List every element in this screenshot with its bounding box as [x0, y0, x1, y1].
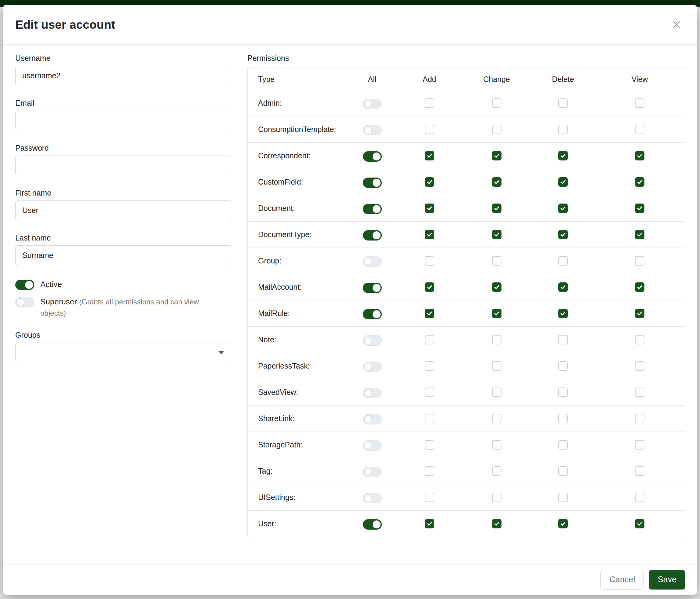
check-icon	[636, 284, 643, 290]
delete-checkbox[interactable]	[558, 98, 568, 108]
delete-checkbox[interactable]	[558, 177, 568, 187]
change-checkbox[interactable]	[492, 440, 501, 450]
all-toggle[interactable]	[363, 151, 382, 162]
all-toggle[interactable]	[363, 204, 382, 214]
view-checkbox[interactable]	[635, 335, 644, 344]
view-checkbox[interactable]	[635, 466, 644, 476]
close-icon[interactable]	[670, 18, 683, 32]
first-name-field[interactable]	[15, 200, 232, 220]
all-toggle[interactable]	[363, 467, 382, 477]
view-checkbox[interactable]	[635, 440, 644, 450]
add-checkbox[interactable]	[425, 230, 434, 239]
view-checkbox[interactable]	[635, 493, 644, 502]
save-button[interactable]: Save	[649, 570, 685, 590]
change-checkbox[interactable]	[492, 256, 501, 266]
add-checkbox[interactable]	[425, 309, 434, 318]
view-checkbox[interactable]	[635, 361, 644, 371]
view-checkbox[interactable]	[635, 125, 644, 134]
delete-checkbox[interactable]	[558, 125, 568, 134]
view-checkbox[interactable]	[635, 414, 644, 423]
view-checkbox[interactable]	[635, 256, 644, 266]
add-checkbox[interactable]	[425, 466, 434, 476]
change-checkbox[interactable]	[492, 466, 501, 476]
delete-checkbox[interactable]	[558, 440, 568, 450]
all-toggle[interactable]	[363, 309, 382, 319]
password-field[interactable]	[15, 155, 232, 175]
delete-checkbox[interactable]	[558, 387, 568, 397]
add-checkbox[interactable]	[425, 177, 434, 187]
username-group: Username	[15, 54, 232, 85]
change-checkbox[interactable]	[492, 335, 501, 344]
change-checkbox[interactable]	[492, 125, 501, 134]
view-checkbox[interactable]	[635, 519, 644, 528]
all-toggle[interactable]	[363, 99, 382, 109]
change-checkbox[interactable]	[492, 519, 501, 528]
change-checkbox[interactable]	[492, 98, 501, 108]
add-checkbox[interactable]	[425, 493, 434, 502]
all-toggle[interactable]	[363, 362, 382, 372]
delete-checkbox[interactable]	[558, 203, 568, 213]
change-checkbox[interactable]	[492, 387, 501, 397]
last-name-field[interactable]	[15, 245, 232, 265]
delete-checkbox[interactable]	[558, 282, 568, 292]
all-toggle[interactable]	[363, 414, 382, 425]
delete-checkbox[interactable]	[558, 361, 568, 371]
view-checkbox[interactable]	[635, 230, 644, 239]
add-checkbox[interactable]	[425, 151, 434, 161]
add-checkbox[interactable]	[425, 203, 434, 213]
add-checkbox[interactable]	[425, 256, 434, 266]
all-toggle[interactable]	[363, 519, 382, 530]
email-field[interactable]	[15, 111, 232, 130]
delete-checkbox[interactable]	[558, 151, 568, 161]
add-checkbox[interactable]	[425, 125, 434, 134]
change-checkbox[interactable]	[492, 414, 501, 423]
view-checkbox[interactable]	[635, 98, 644, 108]
view-checkbox[interactable]	[635, 309, 644, 318]
all-toggle[interactable]	[363, 177, 382, 188]
groups-select[interactable]	[15, 342, 232, 362]
add-checkbox[interactable]	[425, 98, 434, 108]
active-toggle[interactable]	[15, 280, 34, 290]
add-checkbox[interactable]	[425, 361, 434, 371]
delete-checkbox[interactable]	[558, 335, 568, 344]
add-checkbox[interactable]	[425, 519, 434, 528]
delete-checkbox[interactable]	[558, 230, 568, 239]
all-toggle[interactable]	[363, 257, 382, 267]
view-checkbox[interactable]	[635, 151, 644, 161]
all-toggle[interactable]	[363, 388, 382, 398]
column-header-view: View	[594, 75, 685, 84]
delete-checkbox[interactable]	[558, 519, 568, 528]
all-toggle[interactable]	[363, 335, 382, 346]
all-toggle[interactable]	[363, 230, 382, 241]
change-checkbox[interactable]	[492, 309, 501, 318]
add-checkbox[interactable]	[425, 387, 434, 397]
view-checkbox[interactable]	[635, 387, 644, 397]
all-toggle[interactable]	[363, 125, 382, 136]
change-checkbox[interactable]	[492, 151, 501, 161]
view-checkbox[interactable]	[635, 282, 644, 292]
check-icon	[426, 521, 433, 527]
username-input[interactable]	[15, 66, 232, 85]
all-toggle[interactable]	[363, 440, 382, 451]
view-checkbox[interactable]	[635, 177, 644, 187]
change-checkbox[interactable]	[492, 230, 501, 239]
change-checkbox[interactable]	[492, 282, 501, 292]
delete-checkbox[interactable]	[558, 493, 568, 502]
change-checkbox[interactable]	[492, 203, 501, 213]
all-toggle[interactable]	[363, 283, 382, 293]
delete-checkbox[interactable]	[558, 256, 568, 266]
delete-checkbox[interactable]	[558, 309, 568, 318]
delete-checkbox[interactable]	[558, 414, 568, 423]
cancel-button[interactable]: Cancel	[600, 570, 644, 590]
add-checkbox[interactable]	[425, 335, 434, 344]
add-checkbox[interactable]	[425, 282, 434, 292]
add-checkbox[interactable]	[425, 440, 434, 450]
change-checkbox[interactable]	[492, 493, 501, 502]
change-checkbox[interactable]	[492, 177, 501, 187]
view-checkbox[interactable]	[635, 203, 644, 213]
superuser-toggle[interactable]	[15, 297, 34, 308]
change-checkbox[interactable]	[492, 361, 501, 371]
all-toggle[interactable]	[363, 493, 382, 503]
delete-checkbox[interactable]	[558, 466, 568, 476]
add-checkbox[interactable]	[425, 414, 434, 423]
